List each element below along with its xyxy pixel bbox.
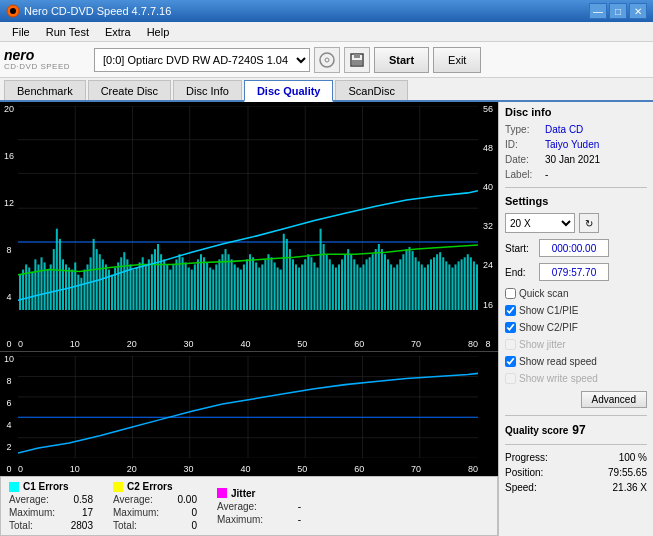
disc-label-row: Label: - <box>505 169 647 180</box>
show-c1pie-label: Show C1/PIE <box>519 305 578 316</box>
end-time-input[interactable] <box>539 263 609 281</box>
svg-rect-165 <box>458 261 460 310</box>
nero-logo-bottom: CD·DVD SPEED <box>4 62 70 71</box>
tab-scan-disc[interactable]: ScanDisc <box>335 80 407 100</box>
svg-rect-114 <box>301 264 303 310</box>
svg-rect-96 <box>246 259 248 310</box>
svg-rect-104 <box>270 257 272 310</box>
legend-c1-title: C1 Errors <box>9 481 93 492</box>
advanced-button[interactable]: Advanced <box>581 391 647 408</box>
progress-row: Progress: 100 % <box>505 452 647 463</box>
title-bar: Nero CD-DVD Speed 4.7.7.16 — □ ✕ <box>0 0 653 22</box>
divider-3 <box>505 444 647 445</box>
refresh-button[interactable]: ↻ <box>579 213 599 233</box>
svg-rect-118 <box>313 262 315 310</box>
svg-rect-132 <box>356 264 358 310</box>
legend-c1-avg-row: Average: 0.58 <box>9 494 93 505</box>
end-label: End: <box>505 267 535 278</box>
save-icon <box>349 52 365 68</box>
svg-rect-49 <box>102 259 104 310</box>
start-time-input[interactable] <box>539 239 609 257</box>
svg-rect-111 <box>292 259 294 310</box>
svg-rect-127 <box>341 259 343 310</box>
svg-rect-148 <box>405 249 407 310</box>
close-button[interactable]: ✕ <box>629 3 647 19</box>
quick-scan-row: Quick scan <box>505 288 647 299</box>
svg-rect-170 <box>473 261 475 310</box>
svg-rect-129 <box>347 249 349 310</box>
show-c1pie-checkbox[interactable] <box>505 305 516 316</box>
svg-rect-67 <box>157 244 159 310</box>
save-icon-button[interactable] <box>344 47 370 73</box>
menu-file[interactable]: File <box>4 24 38 40</box>
menu-extra[interactable]: Extra <box>97 24 139 40</box>
divider-1 <box>505 187 647 188</box>
top-chart: 20 16 12 8 4 0 56 48 40 32 24 16 8 <box>0 102 498 352</box>
svg-rect-58 <box>129 264 131 310</box>
svg-rect-131 <box>353 259 355 310</box>
svg-rect-106 <box>277 268 279 311</box>
menu-run-test[interactable]: Run Test <box>38 24 97 40</box>
quick-scan-checkbox[interactable] <box>505 288 516 299</box>
nero-logo: nero CD·DVD SPEED <box>4 48 84 71</box>
svg-rect-161 <box>445 261 447 310</box>
svg-rect-82 <box>203 257 205 310</box>
drive-selector[interactable]: [0:0] Optiarc DVD RW AD-7240S 1.04 <box>94 48 310 72</box>
legend-area: C1 Errors Average: 0.58 Maximum: 17 Tota… <box>0 476 498 536</box>
svg-rect-113 <box>298 268 300 311</box>
svg-rect-43 <box>83 270 85 311</box>
svg-rect-166 <box>461 259 463 310</box>
svg-rect-149 <box>408 247 410 310</box>
start-button[interactable]: Start <box>374 47 429 73</box>
show-c2pif-checkbox[interactable] <box>505 322 516 333</box>
svg-rect-120 <box>320 229 322 311</box>
bottom-chart-y-left: 10 8 6 4 2 0 <box>0 352 18 476</box>
svg-rect-48 <box>99 254 101 310</box>
svg-rect-57 <box>126 259 128 310</box>
tab-disc-info[interactable]: Disc Info <box>173 80 242 100</box>
top-chart-svg <box>18 106 478 310</box>
tab-benchmark[interactable]: Benchmark <box>4 80 86 100</box>
minimize-button[interactable]: — <box>589 3 607 19</box>
svg-rect-163 <box>451 268 453 311</box>
svg-rect-168 <box>467 254 469 310</box>
tab-disc-quality[interactable]: Disc Quality <box>244 80 334 102</box>
svg-rect-32 <box>50 264 52 310</box>
legend-c2-max-row: Maximum: 0 <box>113 507 197 518</box>
svg-rect-68 <box>160 254 162 310</box>
svg-rect-105 <box>274 262 276 310</box>
show-c2pif-label: Show C2/PIF <box>519 322 578 333</box>
svg-rect-26 <box>31 272 33 311</box>
speed-display-value: 21.36 X <box>613 482 647 493</box>
disc-icon-button[interactable] <box>314 47 340 73</box>
menu-help[interactable]: Help <box>139 24 178 40</box>
show-read-speed-checkbox[interactable] <box>505 356 516 367</box>
svg-rect-64 <box>148 259 150 310</box>
svg-rect-167 <box>464 257 466 310</box>
svg-rect-109 <box>286 239 288 311</box>
svg-rect-66 <box>154 249 156 310</box>
svg-rect-146 <box>399 259 401 310</box>
svg-point-1 <box>10 8 16 14</box>
svg-rect-5 <box>354 54 360 58</box>
position-value: 79:55.65 <box>608 467 647 478</box>
svg-rect-147 <box>402 254 404 310</box>
svg-rect-94 <box>240 270 242 311</box>
svg-rect-61 <box>139 262 141 310</box>
svg-rect-116 <box>307 254 309 310</box>
speed-display-row: Speed: 21.36 X <box>505 482 647 493</box>
quality-score-row: Quality score 97 <box>505 423 647 437</box>
svg-rect-60 <box>136 268 138 311</box>
tab-create-disc[interactable]: Create Disc <box>88 80 171 100</box>
speed-select[interactable]: 20 X 4 X 8 X 16 X MAX <box>505 213 575 233</box>
svg-rect-50 <box>105 264 107 310</box>
exit-button[interactable]: Exit <box>433 47 481 73</box>
svg-rect-92 <box>234 264 236 310</box>
progress-value: 100 % <box>619 452 647 463</box>
svg-rect-164 <box>454 264 456 310</box>
maximize-button[interactable]: □ <box>609 3 627 19</box>
end-time-row: End: <box>505 263 647 281</box>
svg-rect-169 <box>470 257 472 310</box>
show-jitter-label: Show jitter <box>519 339 566 350</box>
show-c1pie-row: Show C1/PIE <box>505 305 647 316</box>
